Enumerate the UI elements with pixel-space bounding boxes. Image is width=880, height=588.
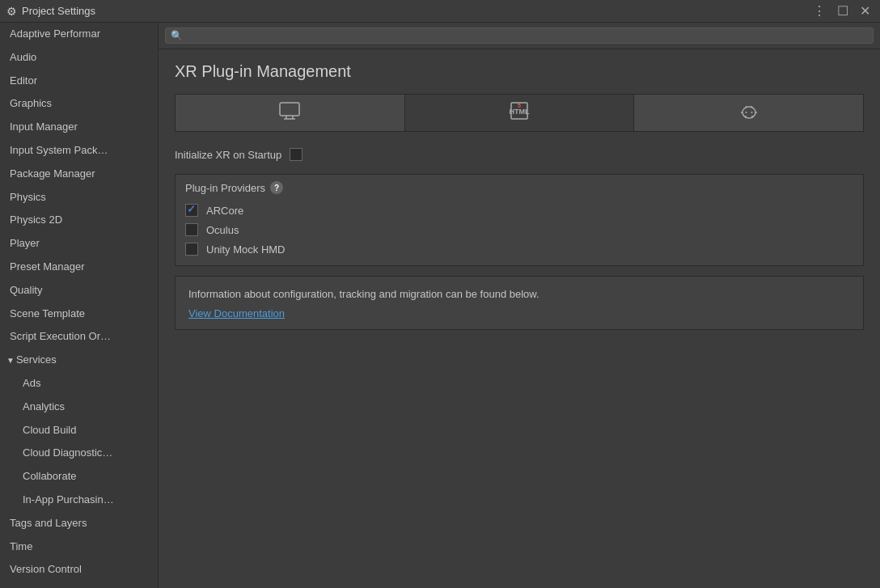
sidebar-item-quality[interactable]: Quality: [0, 279, 158, 302]
content-area: 🔍 XR Plug-in Management: [159, 23, 880, 588]
main-container: Adaptive Performar Audio Editor Graphics…: [0, 23, 880, 588]
maximize-button[interactable]: ☐: [834, 2, 852, 20]
platform-tabs: HTML 5: [175, 94, 864, 132]
svg-rect-12: [745, 116, 747, 118]
sidebar-item-analytics[interactable]: Analytics: [0, 396, 158, 419]
sidebar-item-adaptive-performance[interactable]: Adaptive Performar: [0, 23, 158, 46]
sidebar-item-input-manager[interactable]: Input Manager: [0, 116, 158, 139]
initialize-xr-label: Initialize XR on Startup: [175, 149, 281, 161]
tab-webgl[interactable]: HTML 5: [405, 95, 635, 131]
info-box: Information about configuration, trackin…: [175, 276, 864, 330]
sidebar-item-time[interactable]: Time: [0, 535, 158, 559]
sidebar-item-tags-and-layers[interactable]: Tags and Layers: [0, 512, 158, 535]
title-bar: ⚙ Project Settings ⋮ ☐ ✕: [0, 0, 880, 23]
sidebar-item-version-control[interactable]: Version Control: [0, 558, 158, 582]
page-title: XR Plug-in Management: [175, 62, 864, 81]
desktop-icon: [278, 101, 301, 125]
sidebar-item-physics[interactable]: Physics: [0, 186, 158, 209]
search-wrapper: 🔍: [165, 27, 874, 44]
title-bar-left: ⚙ Project Settings: [6, 5, 95, 18]
arcore-label: ARCore: [206, 205, 243, 217]
svg-text:HTML: HTML: [510, 108, 530, 116]
settings-icon: ⚙: [6, 5, 17, 18]
sidebar-item-audio[interactable]: Audio: [0, 46, 158, 70]
oculus-label: Oculus: [206, 224, 239, 236]
sidebar-item-cloud-diagnostics[interactable]: Cloud Diagnostic…: [0, 442, 158, 465]
oculus-checkbox[interactable]: [185, 223, 198, 236]
svg-rect-0: [280, 103, 299, 116]
sidebar-item-scene-template[interactable]: Scene Template: [0, 302, 158, 326]
sidebar: Adaptive Performar Audio Editor Graphics…: [0, 23, 159, 588]
webgl-icon: HTML 5: [508, 101, 531, 125]
plugin-item-oculus: Oculus: [185, 220, 853, 239]
unity-mock-hmd-checkbox[interactable]: [185, 243, 198, 256]
arcore-checkbox[interactable]: [185, 204, 198, 217]
providers-label: Plug-in Providers: [185, 182, 265, 194]
sidebar-item-ads[interactable]: Ads: [0, 372, 158, 396]
info-text: Information about configuration, trackin…: [188, 286, 850, 302]
help-icon[interactable]: ?: [270, 181, 283, 194]
more-options-button[interactable]: ⋮: [810, 2, 829, 20]
unity-mock-hmd-label: Unity Mock HMD: [206, 243, 286, 256]
sidebar-item-package-manager[interactable]: Package Manager: [0, 163, 158, 186]
providers-header: Plug-in Providers ?: [185, 181, 853, 194]
search-icon: 🔍: [171, 30, 183, 41]
initialize-xr-row: Initialize XR on Startup: [175, 145, 864, 164]
initialize-xr-checkbox[interactable]: [290, 148, 302, 161]
close-button[interactable]: ✕: [857, 2, 874, 20]
android-icon: [738, 101, 760, 125]
content-inner: XR Plug-in Management: [159, 49, 880, 343]
svg-rect-13: [751, 116, 753, 118]
sidebar-item-player[interactable]: Player: [0, 232, 158, 256]
title-bar-right: ⋮ ☐ ✕: [810, 2, 874, 20]
sidebar-item-graphics[interactable]: Graphics: [0, 92, 158, 116]
sidebar-item-collaborate[interactable]: Collaborate: [0, 465, 158, 489]
sidebar-item-cloud-build[interactable]: Cloud Build: [0, 419, 158, 442]
sidebar-item-physics-2d[interactable]: Physics 2D: [0, 209, 158, 232]
search-input[interactable]: [186, 30, 868, 41]
view-documentation-link[interactable]: View Documentation: [188, 307, 285, 319]
plugin-item-unity-mock-hmd: Unity Mock HMD: [185, 239, 853, 259]
sidebar-item-input-system-pack[interactable]: Input System Pack…: [0, 139, 158, 163]
svg-text:5: 5: [518, 103, 521, 108]
sidebar-item-services[interactable]: ▼Services: [0, 349, 158, 372]
svg-point-9: [751, 112, 752, 113]
svg-point-8: [745, 112, 747, 113]
content-scroll: XR Plug-in Management: [159, 49, 880, 588]
sidebar-item-preset-manager[interactable]: Preset Manager: [0, 256, 158, 279]
plugin-item-arcore: ARCore: [185, 201, 853, 220]
sidebar-item-in-app-purchasing[interactable]: In-App Purchasin…: [0, 489, 158, 512]
providers-box: Plug-in Providers ? ARCore Oculus Unity …: [175, 174, 864, 266]
tab-desktop[interactable]: [176, 95, 405, 131]
sidebar-item-editor[interactable]: Editor: [0, 70, 158, 93]
tab-android[interactable]: [634, 95, 863, 131]
search-bar: 🔍: [159, 23, 880, 49]
sidebar-item-script-execution[interactable]: Script Execution Or…: [0, 325, 158, 349]
services-arrow-icon: ▼: [6, 354, 15, 367]
sidebar-item-xr-plugin-management[interactable]: ▼XR Plug-in Manage…: [0, 582, 158, 588]
window-title: Project Settings: [22, 5, 95, 17]
svg-point-7: [742, 107, 755, 118]
